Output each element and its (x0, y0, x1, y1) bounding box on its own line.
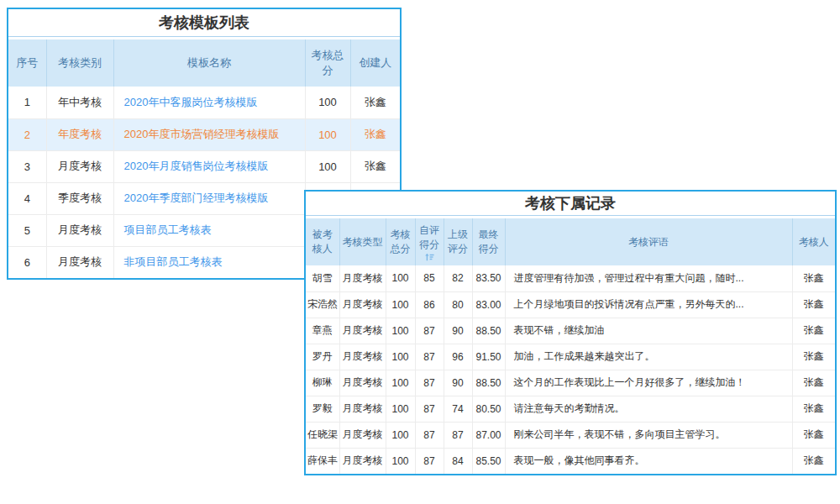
col-header-assessor: 考核人 (792, 218, 835, 265)
template-link[interactable]: 项目部员工考核表 (124, 223, 212, 236)
cell-no: 5 (8, 214, 46, 246)
cell-person: 章燕 (306, 318, 339, 344)
cell-comment: 进度管理有待加强，管理过程中有重大问题，随时... (505, 265, 792, 291)
sort-ascending-icon[interactable] (417, 253, 442, 261)
cell-person: 罗丹 (306, 344, 339, 370)
col-header-comment: 考核评语 (505, 218, 792, 265)
cell-final: 83.50 (472, 265, 505, 291)
cell-self: 87 (415, 422, 444, 448)
table-row[interactable]: 罗丹月度考核100879691.50加油，工作成果越来越突出了。张鑫 (306, 344, 835, 370)
cell-superior: 87 (444, 422, 472, 448)
col-header-final-score: 最终得分 (472, 218, 505, 265)
col-header-template-name: 模板名称 (113, 39, 305, 87)
cell-assessor: 张鑫 (792, 370, 835, 396)
record-table: 被考核人 考核类型 考核总分 自评得分 上级评分 最终得分 (306, 218, 835, 474)
table-row[interactable]: 3月度考核2020年月度销售岗位考核模版100张鑫 (8, 150, 400, 182)
cell-total: 100 (386, 448, 415, 474)
template-link[interactable]: 2020年季度部门经理考核模版 (124, 192, 269, 204)
cell-comment: 加油，工作成果越来越突出了。 (505, 344, 792, 370)
table-row[interactable]: 柳琳月度考核100879088.50这个月的工作表现比上一个月好很多了，继续加油… (306, 370, 835, 396)
cell-no: 1 (8, 87, 46, 118)
record-table-title: 考核下属记录 (306, 192, 835, 216)
cell-final: 91.50 (472, 344, 505, 370)
cell-name[interactable]: 2020年季度部门经理考核模版 (113, 182, 305, 214)
cell-final: 88.50 (472, 318, 505, 344)
table-row[interactable]: 2年度考核2020年度市场营销经理考核模版100张鑫 (8, 118, 400, 150)
template-link[interactable]: 2020年月度销售岗位考核模版 (124, 160, 269, 172)
cell-self: 87 (415, 448, 444, 474)
table-row[interactable]: 章燕月度考核100879088.50表现不错，继续加油张鑫 (306, 318, 835, 344)
cell-person: 罗毅 (306, 396, 339, 422)
cell-superior: 90 (444, 318, 472, 344)
cell-person: 薛保丰 (306, 448, 339, 474)
cell-total: 100 (386, 422, 415, 448)
col-header-assessee: 被考核人 (306, 218, 339, 265)
cell-name[interactable]: 项目部员工考核表 (113, 214, 305, 246)
cell-comment: 上个月绿地项目的投诉情况有点严重，另外每天的... (505, 291, 792, 318)
col-header-no: 序号 (8, 39, 46, 87)
cell-creator: 张鑫 (350, 150, 400, 182)
template-link[interactable]: 非项目部员工考核表 (124, 255, 223, 268)
cell-superior: 80 (444, 291, 472, 318)
cell-superior: 90 (444, 370, 472, 396)
cell-total: 100 (386, 396, 415, 422)
cell-category: 月度考核 (46, 246, 113, 278)
table-row[interactable]: 1年中考核2020年中客服岗位考核模版100张鑫 (8, 87, 400, 118)
cell-final: 80.50 (472, 396, 505, 422)
cell-type: 月度考核 (339, 396, 386, 422)
cell-assessor: 张鑫 (792, 422, 835, 448)
col-header-self-score[interactable]: 自评得分 (415, 218, 444, 265)
cell-type: 月度考核 (339, 344, 386, 370)
table-row[interactable]: 罗毅月度考核100877480.50请注意每天的考勤情况。张鑫 (306, 396, 835, 422)
table-row[interactable]: 任晓渠月度考核100878787.00刚来公司半年，表现不错，多向项目主管学习。… (306, 422, 835, 448)
cell-comment: 表现不错，继续加油 (505, 318, 792, 344)
cell-type: 月度考核 (339, 318, 386, 344)
cell-total: 100 (305, 118, 350, 150)
record-table-header-row: 被考核人 考核类型 考核总分 自评得分 上级评分 最终得分 (306, 218, 835, 265)
cell-self: 85 (415, 265, 444, 291)
subordinate-records-panel: 考核下属记录 被考核人 考核类型 考核总分 自评得分 (304, 190, 837, 475)
col-header-category: 考核类别 (46, 39, 113, 87)
cell-comment: 请注意每天的考勤情况。 (505, 396, 792, 422)
table-row[interactable]: 薛保丰月度考核100878485.50表现一般，像其他同事看齐。张鑫 (306, 448, 835, 474)
col-header-assessment-type: 考核类型 (339, 218, 386, 265)
template-link[interactable]: 2020年中客服岗位考核模版 (124, 96, 258, 108)
cell-type: 月度考核 (339, 448, 386, 474)
cell-self: 87 (415, 318, 444, 344)
cell-assessor: 张鑫 (792, 291, 835, 318)
cell-person: 任晓渠 (306, 422, 339, 448)
table-row[interactable]: 宋浩然月度考核100868083.00上个月绿地项目的投诉情况有点严重，另外每天… (306, 291, 835, 318)
cell-name[interactable]: 2020年月度销售岗位考核模版 (113, 150, 305, 182)
cell-self: 87 (415, 370, 444, 396)
cell-self: 87 (415, 396, 444, 422)
cell-no: 4 (8, 182, 46, 214)
cell-total: 100 (305, 87, 350, 118)
cell-comment: 刚来公司半年，表现不错，多向项目主管学习。 (505, 422, 792, 448)
cell-total: 100 (305, 150, 350, 182)
cell-type: 月度考核 (339, 422, 386, 448)
cell-total: 100 (386, 291, 415, 318)
cell-category: 季度考核 (46, 182, 113, 214)
cell-final: 87.00 (472, 422, 505, 448)
table-row[interactable]: 胡雪月度考核100858283.50进度管理有待加强，管理过程中有重大问题，随时… (306, 265, 835, 291)
col-header-self-score-label: 自评得分 (419, 224, 439, 250)
cell-no: 2 (8, 118, 46, 150)
cell-no: 3 (8, 150, 46, 182)
cell-creator: 张鑫 (350, 118, 400, 150)
cell-comment: 这个月的工作表现比上一个月好很多了，继续加油！ (505, 370, 792, 396)
cell-self: 87 (415, 344, 444, 370)
cell-name[interactable]: 2020年度市场营销经理考核模版 (113, 118, 305, 150)
cell-category: 年中考核 (46, 87, 113, 118)
cell-type: 月度考核 (339, 265, 386, 291)
template-table-title: 考核模板列表 (8, 9, 400, 37)
col-header-creator: 创建人 (350, 39, 400, 87)
cell-superior: 82 (444, 265, 472, 291)
cell-name[interactable]: 非项目部员工考核表 (113, 246, 305, 278)
cell-final: 83.00 (472, 291, 505, 318)
cell-type: 月度考核 (339, 370, 386, 396)
template-link[interactable]: 2020年度市场营销经理考核模版 (124, 128, 280, 140)
cell-category: 月度考核 (46, 150, 113, 182)
template-table-header-row: 序号 考核类别 模板名称 考核总分 创建人 (8, 39, 400, 87)
cell-person: 胡雪 (306, 265, 339, 291)
cell-name[interactable]: 2020年中客服岗位考核模版 (113, 87, 305, 118)
